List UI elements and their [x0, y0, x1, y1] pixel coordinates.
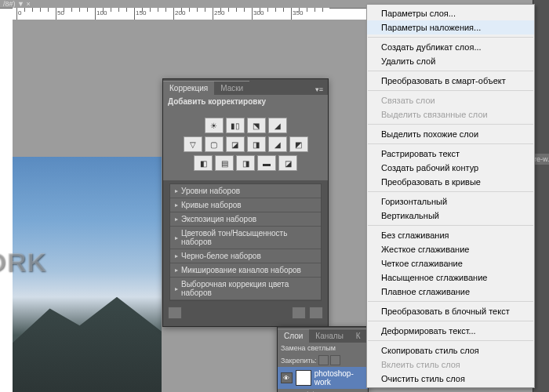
menu-separator — [368, 143, 533, 144]
panel-header: Коррекция Маски ▾≡ — [163, 79, 328, 95]
tab-corrections[interactable]: Коррекция — [163, 81, 214, 95]
bw-icon[interactable]: ◨ — [247, 136, 266, 152]
preset-list: Уровни наборовКривые наборовЭкспозиция н… — [169, 183, 322, 301]
preset-item[interactable]: Экспозиция наборов — [170, 212, 321, 227]
menu-separator — [368, 321, 533, 321]
exposure-icon[interactable]: ◢ — [268, 118, 287, 133]
tab-layers[interactable]: Слои — [278, 328, 309, 343]
curves-icon[interactable]: ⬔ — [247, 118, 266, 133]
brightness-icon[interactable]: ☀ — [205, 118, 224, 133]
menu-item[interactable]: Насыщенное сглаживание — [367, 270, 534, 285]
menu-item: Выделить связанные слои — [367, 107, 534, 122]
effects-row[interactable]: Эффекты — [278, 389, 368, 392]
posterize-icon[interactable]: ▤ — [215, 155, 234, 171]
layer-context-menu: Параметры слоя...Параметры наложения...С… — [366, 4, 535, 388]
menu-item[interactable]: Преобразовать в кривые — [367, 175, 534, 189]
document-tab[interactable]: /8#) ▼ × — [0, 0, 34, 8]
lock-position-icon[interactable] — [330, 355, 340, 365]
menu-item[interactable]: Деформировать текст... — [367, 324, 534, 338]
expand-icon[interactable] — [168, 307, 182, 319]
trash-icon[interactable] — [309, 307, 323, 319]
menu-item[interactable]: Очистить стиль слоя — [367, 372, 534, 386]
threshold-icon[interactable]: ◨ — [236, 155, 255, 171]
menu-item[interactable]: Параметры слоя... — [367, 6, 534, 20]
lock-label: Закрепить: — [281, 357, 317, 365]
preset-item[interactable]: Уровни наборов — [170, 184, 321, 198]
menu-item[interactable]: Преобразовать в смарт-объект — [367, 74, 534, 88]
menu-item[interactable]: Горизонтальный — [367, 194, 534, 209]
menu-item[interactable]: Вертикальный — [367, 209, 534, 223]
lock-controls: Закрепить: — [278, 354, 368, 367]
adjustments-title: Добавить корректировку — [163, 95, 328, 108]
visibility-icon[interactable]: 👁 — [281, 372, 293, 383]
menu-separator — [368, 340, 533, 341]
adjustments-panel: Коррекция Маски ▾≡ Добавить корректировк… — [162, 78, 329, 327]
menu-separator — [368, 71, 533, 71]
menu-separator — [368, 124, 533, 125]
preset-item[interactable]: Цветовой тон/Насыщенность наборов — [170, 227, 321, 249]
menu-item: Связать слои — [367, 93, 534, 107]
tab-masks[interactable]: Маски — [214, 81, 249, 95]
adjustment-icons: ☀ ▮▯ ⬔ ◢ ▽ ▢ ◪ ◨ ◢ ◩ ◧ ▤ ◨ ▬ ◪ — [163, 108, 328, 180]
menu-separator — [368, 191, 533, 192]
layers-panel: Слои Каналы К Замена светлым Закрепить: … — [277, 326, 369, 392]
channel-mixer-icon[interactable]: ◩ — [289, 136, 308, 152]
menu-item[interactable]: Растрировать текст — [367, 147, 534, 161]
balance-icon[interactable]: ◪ — [226, 136, 245, 152]
preset-item[interactable]: Выборочная коррекция цвета наборов — [170, 278, 321, 300]
clip-icon[interactable] — [292, 307, 306, 319]
photo-filter-icon[interactable]: ◢ — [268, 136, 287, 152]
canvas-text-layer[interactable]: ORK — [0, 247, 47, 278]
horizontal-ruler: 050100150200250300350400 — [13, 8, 329, 20]
menu-item[interactable]: Без сглаживания — [367, 228, 534, 242]
tab-channels[interactable]: Каналы — [309, 328, 350, 343]
tab-paths[interactable]: К — [350, 328, 367, 343]
selective-color-icon[interactable]: ◪ — [278, 155, 297, 171]
layer-row[interactable]: 👁 T photoshop-work — [278, 367, 368, 389]
menu-separator — [368, 90, 533, 91]
menu-item[interactable]: Скопировать стиль слоя — [367, 343, 534, 358]
menu-separator — [368, 225, 533, 226]
menu-item: Вклеить стиль слоя — [367, 358, 534, 372]
panel-footer — [163, 304, 328, 321]
invert-icon[interactable]: ◧ — [194, 155, 213, 171]
blend-mode-label: Замена светлым — [281, 344, 336, 352]
blend-mode-select[interactable]: Замена светлым — [278, 343, 368, 354]
text-layer-thumb: T — [296, 370, 311, 386]
menu-item[interactable]: Четкое сглаживание — [367, 256, 534, 270]
layers-header: Слои Каналы К — [278, 327, 368, 343]
menu-item[interactable]: Жесткое сглаживание — [367, 242, 534, 256]
document-image: ORK — [13, 157, 162, 392]
preset-item[interactable]: Кривые наборов — [170, 198, 321, 212]
lock-pixels-icon[interactable] — [318, 355, 329, 365]
menu-item[interactable]: Преобразовать в блочный текст — [367, 304, 534, 318]
preset-item[interactable]: Микширование каналов наборов — [170, 263, 321, 278]
menu-item[interactable]: Удалить слой — [367, 54, 534, 68]
layer-name: photoshop-work — [314, 369, 365, 387]
menu-separator — [368, 37, 533, 38]
vibrance-icon[interactable]: ▽ — [184, 136, 202, 152]
vertical-ruler — [0, 20, 13, 392]
preset-item[interactable]: Черно-белое наборов — [170, 249, 321, 263]
mountain-graphic — [13, 297, 162, 392]
panel-menu-icon[interactable]: ▾≡ — [311, 84, 328, 95]
levels-icon[interactable]: ▮▯ — [226, 118, 245, 133]
menu-item[interactable]: Параметры наложения... — [367, 20, 534, 34]
hue-icon[interactable]: ▢ — [205, 136, 224, 152]
gradient-map-icon[interactable]: ▬ — [257, 155, 276, 171]
menu-item[interactable]: Плавное сглаживание — [367, 285, 534, 299]
menu-item[interactable]: Выделить похожие слои — [367, 127, 534, 141]
right-dock — [533, 0, 549, 392]
menu-separator — [368, 301, 533, 302]
menu-item[interactable]: Создать дубликат слоя... — [367, 40, 534, 54]
menu-item[interactable]: Создать рабочий контур — [367, 161, 534, 175]
